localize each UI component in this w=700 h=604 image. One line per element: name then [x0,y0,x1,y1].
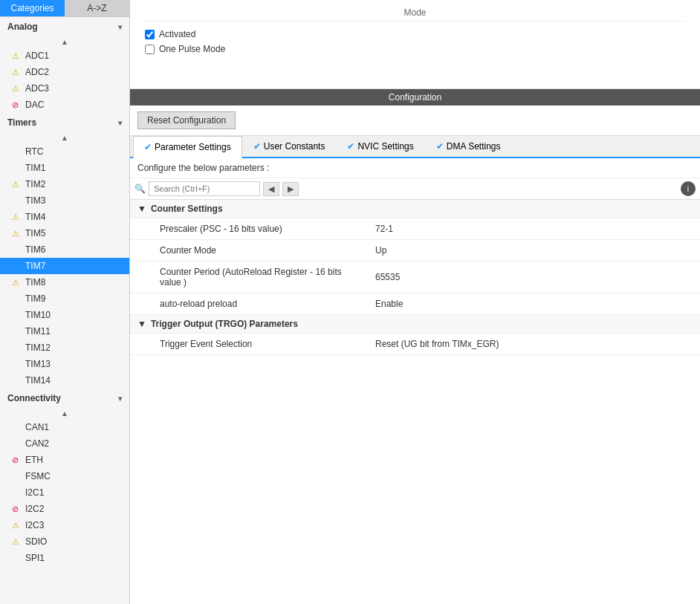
param-value: Reset (UG bit from TIMx_EGR) [368,337,700,351]
sidebar-item-label: TIM11 [25,326,51,337]
category-connectivity-label: Connectivity [7,393,61,403]
scroll-up-btn-timers[interactable]: ▲ [0,132,129,143]
search-input[interactable] [149,181,260,196]
sidebar-item-tim3[interactable]: TIM3 [0,192,129,209]
sidebar-item-label: DAC [25,100,44,110]
warning-icon: ⚠ [12,68,22,77]
tab-nvic-settings[interactable]: ✔ NVIC Settings [336,136,424,157]
sidebar-item-adc2[interactable]: ⚠ ADC2 [0,64,129,80]
sidebar-item-adc3[interactable]: ⚠ ADC3 [0,80,129,97]
scroll-up-btn-analog[interactable]: ▲ [0,36,129,48]
param-trigger-event: Trigger Event Selection Reset (UG bit fr… [130,334,700,355]
sidebar-item-label: SPI1 [25,553,45,563]
activated-row: Activated [145,29,685,39]
chevron-down-icon: ▾ [118,394,122,403]
param-group-counter-settings[interactable]: ▼ Counter Settings [130,200,700,218]
mode-header: Mode [145,7,685,22]
sidebar-item-label: I2C2 [25,504,44,514]
sidebar-item-label: TIM13 [25,359,51,369]
sidebar-item-tim5[interactable]: ⚠ TIM5 [0,225,129,241]
sidebar-item-label: SDIO [25,536,47,547]
sidebar-tabs: Categories A->Z [0,0,129,17]
search-next-button[interactable]: ▶ [282,182,299,196]
sidebar-item-label: TIM4 [25,212,45,222]
expand-icon: ▼ [137,319,146,329]
category-timers[interactable]: Timers ▾ [0,113,129,132]
sidebar-item-rtc[interactable]: RTC [0,143,129,160]
cancel-icon: ⊘ [12,100,22,110]
tab-parameter-settings[interactable]: ✔ Parameter Settings [133,136,242,158]
one-pulse-checkbox[interactable] [145,45,155,54]
sidebar-item-tim2[interactable]: ⚠ TIM2 [0,176,129,192]
sidebar-item-label: TIM12 [25,342,51,353]
sidebar-item-tim1[interactable]: TIM1 [0,160,129,176]
sidebar-item-label: TIM7 [25,261,45,271]
warning-icon: ⚠ [12,51,22,61]
expand-icon: ▼ [137,204,146,214]
activated-checkbox[interactable] [145,30,155,39]
sidebar-item-spi1[interactable]: SPI1 [0,550,129,566]
config-header: Configuration [130,89,700,105]
sidebar: Categories A->Z Analog ▾ ▲ ⚠ ADC1 ⚠ ADC2… [0,0,130,604]
sidebar-item-i2c1[interactable]: I2C1 [0,484,129,501]
activated-label[interactable]: Activated [159,29,195,39]
group-label: Counter Settings [151,204,223,214]
config-section: Configuration Reset Configuration ✔ Para… [130,89,700,604]
warning-icon: ⚠ [12,521,22,530]
info-button[interactable]: i [681,181,696,196]
sidebar-item-tim13[interactable]: TIM13 [0,356,129,372]
check-icon: ✔ [253,141,261,152]
sidebar-item-label: ADC2 [25,67,49,77]
config-body: Configure the below parameters : 🔍 ◀ ▶ i… [130,158,700,604]
sidebar-item-tim4[interactable]: ⚠ TIM4 [0,209,129,225]
warning-icon: ⚠ [12,229,22,238]
category-analog[interactable]: Analog ▾ [0,17,129,36]
sidebar-item-i2c3[interactable]: ⚠ I2C3 [0,517,129,533]
category-analog-label: Analog [7,22,38,32]
sidebar-item-can1[interactable]: CAN1 [0,419,129,435]
category-timers-label: Timers [7,117,36,128]
category-connectivity[interactable]: Connectivity ▾ [0,389,129,408]
sidebar-item-adc1[interactable]: ⚠ ADC1 [0,48,129,64]
scroll-up-btn-connectivity[interactable]: ▲ [0,408,129,419]
warning-icon: ⚠ [12,84,22,94]
sidebar-item-tim11[interactable]: TIM11 [0,323,129,340]
param-group-trgo[interactable]: ▼ Trigger Output (TRGO) Parameters [130,315,700,334]
tab-dma-settings[interactable]: ✔ DMA Settings [425,136,512,157]
param-name: auto-reload preload [130,296,368,311]
chevron-down-icon: ▾ [118,119,122,127]
tab-az[interactable]: A->Z [65,0,129,16]
param-prescaler: Prescaler (PSC - 16 bits value) 72-1 [130,218,700,240]
sidebar-item-label: I2C3 [25,520,44,530]
search-prev-button[interactable]: ◀ [263,182,279,196]
sidebar-item-label: TIM3 [25,195,45,206]
sidebar-item-tim9[interactable]: TIM9 [0,290,129,307]
sidebar-item-tim6[interactable]: TIM6 [0,241,129,258]
sidebar-item-fsmc[interactable]: FSMC [0,468,129,484]
sidebar-item-tim7[interactable]: TIM7 [0,258,129,274]
sidebar-item-label: ETH [25,455,43,465]
sidebar-item-eth[interactable]: ⊘ ETH [0,452,129,468]
param-value: 72-1 [368,221,700,236]
sidebar-item-tim10[interactable]: TIM10 [0,307,129,323]
config-toolbar: Reset Configuration [130,105,700,136]
sidebar-item-dac[interactable]: ⊘ DAC [0,97,129,113]
tab-user-constants[interactable]: ✔ User Constants [242,136,337,157]
sidebar-item-i2c2[interactable]: ⊘ I2C2 [0,501,129,517]
sidebar-item-tim8[interactable]: ⚠ TIM8 [0,274,129,290]
search-icon: 🔍 [135,184,146,194]
sidebar-item-sdio[interactable]: ⚠ SDIO [0,533,129,550]
sidebar-item-can2[interactable]: CAN2 [0,435,129,452]
config-subtitle: Configure the below parameters : [130,158,700,178]
reset-configuration-button[interactable]: Reset Configuration [137,111,236,129]
one-pulse-label[interactable]: One Pulse Mode [159,44,225,54]
param-name: Trigger Event Selection [130,337,368,351]
sidebar-item-label: ADC1 [25,51,49,61]
param-name: Prescaler (PSC - 16 bits value) [130,221,368,236]
param-name: Counter Mode [130,243,368,258]
sidebar-item-tim14[interactable]: TIM14 [0,372,129,389]
tab-categories[interactable]: Categories [0,0,65,16]
sidebar-item-tim12[interactable]: TIM12 [0,340,129,356]
warning-icon: ⚠ [12,537,22,547]
one-pulse-row: One Pulse Mode [145,44,685,54]
